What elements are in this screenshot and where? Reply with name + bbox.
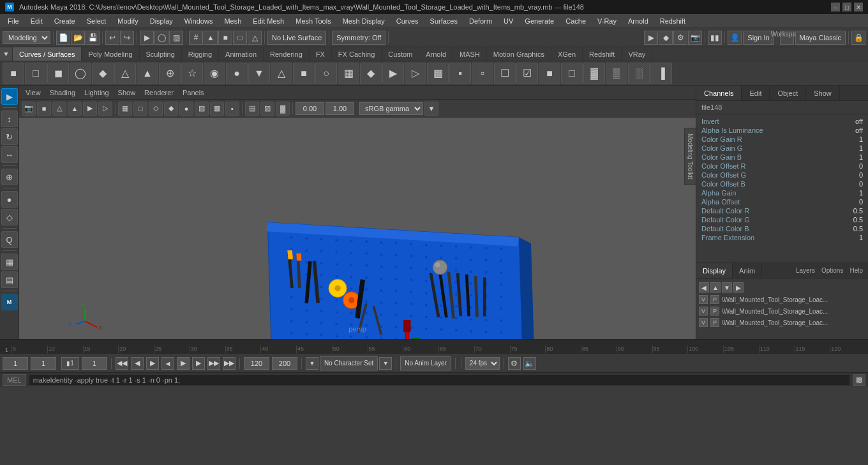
preferences-button[interactable]: ⚙ <box>508 357 521 370</box>
lock-icon[interactable]: 🔒 <box>851 31 865 45</box>
current-frame-input[interactable] <box>31 357 56 370</box>
no-char-set-button[interactable]: No Character Set <box>320 356 378 370</box>
mel-python-selector[interactable]: MEL <box>3 374 26 386</box>
shelf-icon-28[interactable]: ▒ <box>606 63 627 84</box>
alpha-offset-value[interactable]: 0 <box>859 198 863 206</box>
shelf-icon-3[interactable]: ◼ <box>47 63 69 84</box>
select-tool-button[interactable]: ▶ <box>1 88 18 105</box>
shelf-tab-curves-surfaces[interactable]: Curves / Surfaces <box>13 47 82 61</box>
default-color-r-value[interactable]: 0.5 <box>853 207 863 215</box>
go-to-start-button[interactable]: ◀◀ <box>116 357 128 370</box>
shelf-icon-15[interactable]: ○ <box>315 63 337 84</box>
shelf-icon-22[interactable]: ▫ <box>472 63 493 84</box>
snap-point-icon[interactable]: ■ <box>218 31 232 45</box>
snap-curve-icon[interactable]: ▲ <box>204 31 218 45</box>
snap-grid-button[interactable]: ▤ <box>1 271 18 288</box>
render-icon[interactable]: ▶ <box>644 31 658 45</box>
playback-start-input[interactable] <box>82 357 107 370</box>
vp-icon-9[interactable]: ● <box>179 102 193 116</box>
shelf-icon-4[interactable]: ◯ <box>70 63 91 84</box>
shelf-tab-custom[interactable]: Custom <box>382 47 419 61</box>
audio-button[interactable]: 🔈 <box>523 357 536 370</box>
script-editor-button[interactable]: ▩ <box>853 374 865 386</box>
vp-icon-6[interactable]: □ <box>133 102 147 116</box>
scroll-down-btn[interactable]: ▼ <box>722 282 732 293</box>
vp-icon-13[interactable]: ▤ <box>245 102 259 116</box>
menu-edit[interactable]: Edit <box>26 16 48 26</box>
menu-generate[interactable]: Generate <box>520 16 559 26</box>
shelf-icon-30[interactable]: ▐ <box>650 63 672 84</box>
alpha-luminance-value[interactable]: off <box>855 126 863 134</box>
shelf-icon-14[interactable]: ■ <box>293 63 315 84</box>
scale-tool-button[interactable]: ↔ <box>1 146 18 163</box>
shelf-tab-motion-graphics[interactable]: Motion Graphics <box>487 47 551 61</box>
go-to-end-button[interactable]: ▶▶ <box>223 357 236 370</box>
shelf-icon-29[interactable]: ░ <box>628 63 650 84</box>
alpha-gain-value[interactable]: 1 <box>859 189 863 197</box>
default-color-g-value[interactable]: 0.5 <box>853 216 863 224</box>
shelf-tab-fx[interactable]: FX <box>310 47 332 61</box>
undo-icon[interactable]: ↩ <box>105 31 119 45</box>
layers-tab-help[interactable]: Help <box>847 267 865 274</box>
shelf-tab-fx-caching[interactable]: FX Caching <box>332 47 382 61</box>
menu-create[interactable]: Create <box>49 16 80 26</box>
vp-icon-14[interactable]: ▧ <box>260 102 274 116</box>
menu-modify[interactable]: Modify <box>112 16 143 26</box>
no-anim-layer-button[interactable]: No Anim Layer <box>400 356 451 370</box>
shelf-icon-7[interactable]: ▲ <box>137 63 158 84</box>
no-live-surface-button[interactable]: No Live Surface <box>267 31 326 45</box>
shelf-icon-16[interactable]: ▦ <box>338 63 359 84</box>
scroll-left-btn[interactable]: ◀ <box>699 282 709 293</box>
vp-icon-10[interactable]: ▨ <box>195 102 209 116</box>
vp-menu-panels[interactable]: Panels <box>179 88 208 98</box>
playback-field2-input[interactable] <box>244 357 269 370</box>
shelf-tab-mash[interactable]: MASH <box>453 47 487 61</box>
menu-vray[interactable]: V-Ray <box>592 16 622 26</box>
shelf-icon-9[interactable]: ☆ <box>181 63 203 84</box>
shelf-icon-18[interactable]: ▶ <box>382 63 404 84</box>
workspace-selector[interactable]: Maya Classic <box>795 31 846 45</box>
menu-edit-mesh[interactable]: Edit Mesh <box>248 16 289 26</box>
gamma-selector[interactable]: sRGB gamma <box>359 102 423 115</box>
shelf-icon-11[interactable]: ● <box>226 63 248 84</box>
layer-visibility-3[interactable]: V <box>699 318 708 327</box>
rotate-tool-button[interactable]: ↻ <box>1 128 18 145</box>
step-back-button[interactable]: ◀ <box>131 357 144 370</box>
shelf-icon-5[interactable]: ◆ <box>92 63 114 84</box>
color-gain-r-value[interactable]: 1 <box>859 135 863 143</box>
step-forward-key-button[interactable]: ▶ <box>146 357 159 370</box>
frame-extension-value[interactable]: 1 <box>859 234 863 241</box>
shelf-tab-rigging[interactable]: Rigging <box>182 47 219 61</box>
close-button[interactable]: ✕ <box>854 3 863 11</box>
snap-surface-icon[interactable]: △ <box>248 31 262 45</box>
menu-uv[interactable]: UV <box>498 16 518 26</box>
menu-curves[interactable]: Curves <box>391 16 424 26</box>
char-set-options-btn[interactable]: ▼ <box>379 357 392 370</box>
shelf-tab-vray[interactable]: VRay <box>622 47 652 61</box>
save-icon[interactable]: 💾 <box>86 31 100 45</box>
camera-selector-icon[interactable]: 📷 <box>22 102 36 116</box>
last-tool-button[interactable]: Q <box>1 231 18 248</box>
camera-icon[interactable]: 📷 <box>688 31 702 45</box>
layers-tab-layers[interactable]: Layers <box>793 267 818 274</box>
channels-tab[interactable]: Channels <box>696 86 742 100</box>
modeling-toolkit-tab[interactable]: Modeling Toolkit <box>684 128 696 185</box>
shelf-icon-2[interactable]: □ <box>25 63 47 84</box>
layer-visibility-2[interactable]: V <box>699 307 708 316</box>
gamma-settings-icon[interactable]: ▼ <box>424 102 438 116</box>
shelf-icon-24[interactable]: ☑ <box>516 63 538 84</box>
shelf-tab-sculpting[interactable]: Sculpting <box>140 47 182 61</box>
select-icon[interactable]: ▶ <box>140 31 154 45</box>
display-tab[interactable]: Display <box>696 263 733 278</box>
menu-file[interactable]: File <box>3 16 24 26</box>
shelf-icon-26[interactable]: □ <box>561 63 583 84</box>
playback-field-input[interactable]: ▮1 <box>61 357 79 370</box>
vp-icon-1[interactable]: ■ <box>37 102 51 116</box>
menu-deform[interactable]: Deform <box>464 16 497 26</box>
timeline[interactable]: 1 5 10 15 20 25 30 35 40 45 50 55 60 65 … <box>0 339 868 353</box>
end-frame-input[interactable] <box>272 357 297 370</box>
vp-icon-7[interactable]: ◇ <box>149 102 163 116</box>
shelf-icon-27[interactable]: ▓ <box>583 63 605 84</box>
vp-icon-4[interactable]: ▶ <box>83 102 97 116</box>
vp-icon-3[interactable]: ▲ <box>68 102 82 116</box>
